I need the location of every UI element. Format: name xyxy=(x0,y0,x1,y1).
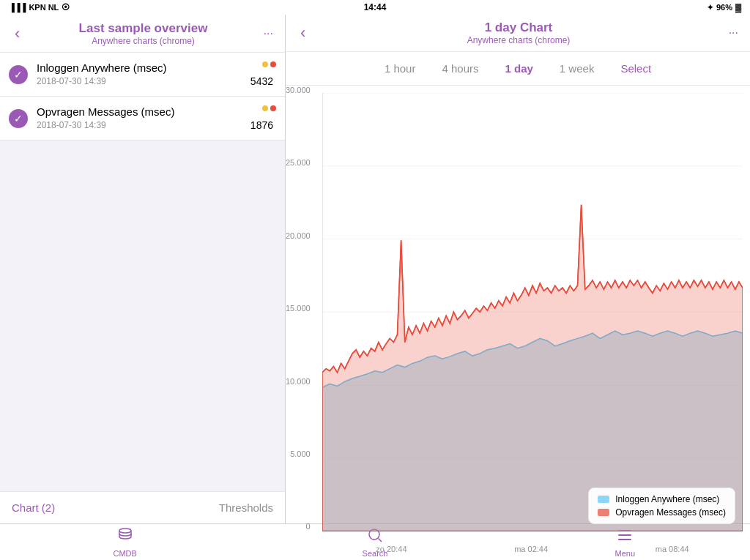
legend-label-red: Opvragen Messages (msec) xyxy=(615,507,726,518)
signal-icon: ▐▐▐ xyxy=(9,3,26,12)
y-label-0: 0 xyxy=(306,522,311,531)
left-bottom-bar: Chart (2) Thresholds xyxy=(0,491,285,523)
y-label-15000: 15.000 xyxy=(286,304,311,313)
status-time: 14:44 xyxy=(364,2,387,12)
database-icon xyxy=(116,526,134,548)
left-panel-title: Last sample overview xyxy=(23,21,263,36)
right-panel-title: 1 day Chart xyxy=(308,20,728,35)
carrier-label: KPN NL xyxy=(29,3,59,12)
left-back-button[interactable]: ‹ xyxy=(12,21,23,46)
dot-red xyxy=(270,61,276,67)
legend-item-red: Opvragen Messages (msec) xyxy=(598,507,726,518)
y-label-5000: 5.000 xyxy=(290,449,311,458)
tab-cmdb-label: CMDB xyxy=(113,549,136,558)
tab-cmdb[interactable]: CMDB xyxy=(0,526,250,558)
y-label-10000: 10.000 xyxy=(286,377,311,386)
item-dots xyxy=(262,105,276,111)
y-label-20000: 20.000 xyxy=(286,231,311,240)
right-panel-subtitle: Anywhere charts (chrome) xyxy=(308,35,728,45)
thresholds-tab-label[interactable]: Thresholds xyxy=(219,501,273,514)
legend-item-blue: Inloggen Anywhere (msec) xyxy=(598,494,726,504)
item-date: 2018-07-30 14:39 xyxy=(37,120,106,130)
dot-yellow xyxy=(262,61,268,67)
item-details: 2018-07-30 14:39 5432 xyxy=(37,75,273,87)
left-header-title: Last sample overview Anywhere charts (ch… xyxy=(23,21,263,46)
status-bar: ▐▐▐ KPN NL ⦿ 14:44 ✦ 96% ▓ xyxy=(0,0,750,15)
svg-point-8 xyxy=(119,529,131,533)
right-more-button[interactable]: ··· xyxy=(729,26,738,40)
tab-1day[interactable]: 1 day xyxy=(500,59,539,78)
item-value: 5432 xyxy=(250,75,273,87)
dot-red xyxy=(270,105,276,111)
right-header: ‹ 1 day Chart Anywhere charts (chrome) ·… xyxy=(286,15,750,52)
y-axis-labels: 30.000 25.000 20.000 15.000 10.000 5.000… xyxy=(286,86,311,531)
item-check-icon: ✓ xyxy=(9,109,28,128)
battery-label: 96% xyxy=(716,3,732,12)
left-panel: ‹ Last sample overview Anywhere charts (… xyxy=(0,15,286,523)
main-container: ‹ Last sample overview Anywhere charts (… xyxy=(0,15,750,523)
x-label-ma0244: ma 02:44 xyxy=(514,545,548,553)
list-item[interactable]: ✓ Opvragen Messages (msec) 2018-07-30 14… xyxy=(0,97,285,141)
item-name: Inloggen Anywhere (msec) xyxy=(37,61,273,74)
item-date: 2018-07-30 14:39 xyxy=(37,76,106,86)
item-dots xyxy=(262,61,276,67)
dot-yellow xyxy=(262,105,268,111)
status-right: ✦ 96% ▓ xyxy=(707,3,741,12)
item-value: 1876 xyxy=(250,119,273,131)
chart-legend: Inloggen Anywhere (msec) Opvragen Messag… xyxy=(588,488,735,524)
x-label-ma0844: ma 08:44 xyxy=(656,545,689,553)
tab-select[interactable]: Select xyxy=(615,59,657,78)
left-more-button[interactable]: ··· xyxy=(264,27,273,40)
y-label-30000: 30.000 xyxy=(286,86,311,94)
battery-icon: ▓ xyxy=(735,3,741,12)
status-left: ▐▐▐ KPN NL ⦿ xyxy=(9,3,70,12)
left-header: ‹ Last sample overview Anywhere charts (… xyxy=(0,15,285,53)
legend-color-blue xyxy=(598,496,609,503)
chart-tab-label[interactable]: Chart (2) xyxy=(12,501,55,514)
bluetooth-icon: ✦ xyxy=(707,3,713,12)
tab-4hours[interactable]: 4 hours xyxy=(436,59,484,78)
item-details: 2018-07-30 14:39 1876 xyxy=(37,119,273,131)
left-panel-subtitle: Anywhere charts (chrome) xyxy=(23,36,263,46)
chart-svg xyxy=(322,93,743,531)
right-header-title: 1 day Chart Anywhere charts (chrome) xyxy=(308,20,728,45)
right-panel: ‹ 1 day Chart Anywhere charts (chrome) ·… xyxy=(286,15,750,523)
tab-1week[interactable]: 1 week xyxy=(554,59,601,78)
wifi-icon: ⦿ xyxy=(62,3,70,12)
tab-1hour[interactable]: 1 hour xyxy=(379,59,422,78)
item-check-icon: ✓ xyxy=(9,65,28,84)
item-name: Opvragen Messages (msec) xyxy=(37,105,273,118)
chart-container: 30.000 25.000 20.000 15.000 10.000 5.000… xyxy=(286,86,750,553)
list-item[interactable]: ✓ Inloggen Anywhere (msec) 2018-07-30 14… xyxy=(0,53,285,97)
y-label-25000: 25.000 xyxy=(286,158,311,167)
legend-color-red xyxy=(598,509,609,516)
x-axis-labels: zo 20:44 ma 02:44 ma 08:44 xyxy=(322,545,743,553)
legend-label-blue: Inloggen Anywhere (msec) xyxy=(615,494,719,504)
x-label-zo2044: zo 20:44 xyxy=(376,545,406,553)
right-back-button[interactable]: ‹ xyxy=(297,20,308,45)
time-tabs: 1 hour 4 hours 1 day 1 week Select xyxy=(286,52,750,86)
